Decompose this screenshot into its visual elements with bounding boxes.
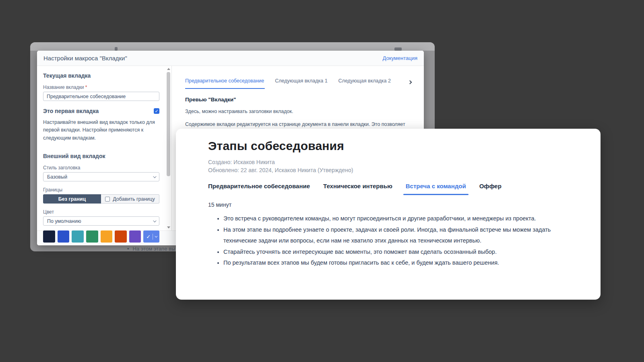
swatch-red[interactable]	[115, 230, 127, 243]
first-tab-row: Это первая вкладка ✓	[43, 108, 159, 114]
swatch-green[interactable]	[86, 230, 98, 243]
chevron-right-icon	[408, 80, 412, 84]
background-window-header	[30, 42, 435, 51]
apply-color-split-button[interactable]: ✓	[143, 230, 159, 243]
dimmed-bullet-text: На этом этапе вы под	[133, 246, 176, 252]
first-tab-label: Это первая вкладка	[43, 108, 99, 114]
section-appearance: Внешний вид вкладок	[43, 153, 159, 159]
first-tab-checkbox[interactable]: ✓	[154, 108, 159, 114]
page-meta: Создано: Искаков Никита Обновлено: 22 ав…	[208, 158, 584, 174]
color-swatches: ✓	[43, 230, 159, 243]
preview-tab-labels: Предварительное собеседование Следующая …	[185, 78, 402, 89]
swatch-navy[interactable]	[43, 230, 55, 243]
bullet-dot: •	[127, 246, 129, 252]
settings-panel: Текущая вкладка Название вкладки * Это п…	[37, 66, 172, 230]
preview-line-2: Содержимое вкладки редактируется на стра…	[185, 121, 417, 128]
color-value: По умолчанию	[47, 218, 81, 224]
borders-off-segment[interactable]: Без границ	[43, 194, 101, 204]
card-tab-3[interactable]: Встреча с командой	[406, 183, 466, 195]
borders-add-label: Добавить границу	[113, 196, 155, 202]
header-style-label: Стиль заголовка	[43, 165, 159, 171]
card-tab-2[interactable]: Техническое интервью	[323, 183, 392, 195]
preview-line-1: Здесь, можно настраивать заголовки вклад…	[185, 108, 417, 115]
tab-name-input[interactable]	[43, 92, 159, 101]
swatch-blue[interactable]	[58, 230, 70, 243]
preview-tab-2[interactable]: Следующая вкладка 1	[275, 78, 327, 89]
borders-label: Границы	[43, 187, 159, 193]
documentation-link[interactable]: Документация	[383, 55, 418, 61]
document-preview-card: Этапы собеседования Создано: Искаков Ник…	[176, 129, 601, 300]
duration-text: 15 минут	[208, 202, 584, 208]
card-tab-bar: Предварительное собеседование Техническо…	[208, 183, 584, 195]
scroll-down-arrow[interactable]	[167, 226, 170, 228]
borders-add-segment[interactable]: Добавить границу	[101, 194, 159, 204]
header-style-value: Базовый	[47, 174, 67, 180]
chevron-down-icon	[153, 219, 156, 222]
swatch-teal[interactable]	[72, 230, 84, 243]
dialog-header: Настройки макроса "Вкладки" Документация	[37, 51, 424, 66]
required-asterisk: *	[85, 84, 87, 90]
swatch-purple[interactable]	[129, 230, 141, 243]
tab-name-label: Название вкладки *	[43, 84, 159, 90]
first-tab-hint: Настраивайте внешний вид вкладок только …	[43, 119, 159, 142]
scroll-up-arrow[interactable]	[167, 68, 170, 70]
list-item: Это встреча с руководителем команды, но …	[223, 213, 568, 224]
tab-name-label-text: Название вкладки	[43, 84, 84, 90]
swatch-orange[interactable]	[101, 230, 113, 243]
page-title: Этапы собеседования	[208, 139, 584, 153]
borders-toggle: Без границ Добавить границу	[43, 194, 159, 204]
tabs-scroll-right-button[interactable]	[407, 79, 413, 85]
preview-tab-3[interactable]: Следующая вкладка 2	[339, 78, 391, 89]
preview-heading: Превью "Вкладки"	[185, 97, 417, 103]
color-label: Цвет	[43, 209, 159, 215]
scrollbar-thumb[interactable]	[167, 72, 170, 176]
list-item: Старайтесь уточнять все интересующие вас…	[223, 247, 568, 258]
section-current-tab: Текущая вкладка	[43, 72, 159, 79]
color-select[interactable]: По умолчанию	[43, 216, 159, 226]
add-border-checkbox[interactable]	[105, 197, 110, 202]
divider	[153, 234, 153, 240]
card-tab-1[interactable]: Предварительное собеседование	[208, 183, 310, 195]
card-tab-4[interactable]: Оффер	[479, 183, 502, 195]
panel-scrollbar[interactable]	[167, 67, 170, 229]
preview-tab-bar: Предварительное собеседование Следующая …	[185, 78, 417, 89]
bullet-list: Это встреча с руководителем команды, но …	[208, 213, 568, 269]
list-item: На этом этапе вы подробнее узнаете о про…	[223, 224, 568, 247]
list-item: По результатам всех этапов мы будем гото…	[223, 257, 568, 269]
dimmed-page-text: • На этом этапе вы под	[127, 245, 176, 253]
header-style-select[interactable]: Базовый	[43, 172, 159, 181]
dialog-title: Настройки макроса "Вкладки"	[43, 55, 127, 62]
clipped-ui-fragment	[394, 47, 402, 51]
created-line: Создано: Искаков Никита	[208, 158, 584, 167]
chevron-down-icon	[153, 175, 156, 178]
chevron-down-icon	[155, 234, 158, 237]
updated-line: Обновлено: 22 авг. 2024, Искаков Никита …	[208, 167, 584, 175]
check-icon: ✓	[146, 234, 151, 240]
clipped-ui-fragment	[115, 47, 118, 51]
preview-tab-1[interactable]: Предварительное собеседование	[185, 78, 264, 89]
